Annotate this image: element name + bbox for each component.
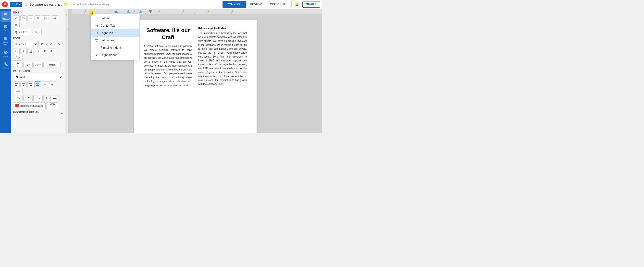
list-row: ▾ 1. ▾ ▾ ¶ ▾ bbox=[13, 95, 63, 101]
text-color-button[interactable]: A ▾ bbox=[13, 62, 22, 68]
font-family-select[interactable]: helvetica bbox=[13, 41, 38, 47]
subscript-button[interactable]: A₂ bbox=[49, 48, 55, 54]
paste-button[interactable]: 📋 ▾ bbox=[42, 15, 51, 21]
svg-rect-36 bbox=[37, 97, 38, 97]
redo-button[interactable]: ↻ bbox=[20, 15, 27, 21]
document-body[interactable]: At Zoho, software is our craft and passi… bbox=[144, 44, 192, 87]
para-color-button[interactable]: ▾ bbox=[50, 95, 60, 101]
add-table-button[interactable]: + bbox=[204, 27, 208, 31]
tab-distribute[interactable]: DISTRIBUTE bbox=[266, 1, 292, 8]
multi-list-button[interactable]: ▾ bbox=[33, 95, 43, 101]
close-button[interactable]: ✕ bbox=[2, 1, 8, 7]
tab-compose[interactable]: COMPOSE bbox=[222, 1, 246, 8]
superscript-button[interactable]: A² bbox=[42, 48, 48, 54]
right-tab-label: Right Tab bbox=[101, 31, 113, 35]
svg-rect-17 bbox=[36, 84, 39, 84]
quick-text-button[interactable]: Quick Text ▾ bbox=[13, 29, 31, 35]
tab-review[interactable]: REVIEW bbox=[246, 1, 266, 8]
copy-button[interactable]: ⧉ bbox=[34, 15, 41, 21]
sidebar-item-tools[interactable]: TOOLS bbox=[0, 60, 11, 71]
layout-table-button[interactable]: ⊞ bbox=[209, 27, 214, 31]
svg-rect-37 bbox=[37, 98, 38, 98]
borders-label: Borders and Shading bbox=[20, 104, 43, 107]
indent-more-button[interactable]: → bbox=[49, 81, 55, 87]
share-button[interactable]: SHARE bbox=[302, 1, 320, 7]
line-spacing-icon bbox=[16, 90, 19, 92]
right-body[interactable]: That commitment is helped by the fact th… bbox=[198, 31, 247, 86]
autosave-status: Last edit was a few seconds ago bbox=[71, 3, 110, 6]
line-spacing-button[interactable]: ▾ bbox=[13, 88, 22, 94]
star-icon[interactable]: ☆ bbox=[24, 2, 28, 6]
borders-shading-button[interactable]: Borders and Shading bbox=[13, 102, 46, 109]
text-style-button[interactable]: AB ▾ bbox=[33, 62, 43, 68]
menu-item-right-indent[interactable]: ▲ Right Indent bbox=[91, 51, 140, 59]
center-tab-label: Center Tab bbox=[101, 24, 115, 27]
highlight-button[interactable]: ▲ ▾ bbox=[23, 62, 32, 68]
align-justify-button[interactable] bbox=[34, 81, 41, 87]
menu-item-firstline-indent[interactable]: — FirstLine Indent bbox=[91, 44, 140, 51]
more-button[interactable]: More bbox=[46, 102, 59, 109]
svg-rect-25 bbox=[17, 97, 19, 97]
svg-rect-29 bbox=[17, 99, 19, 99]
svg-rect-42 bbox=[53, 99, 56, 99]
sidebar-label-tools: TOOLS bbox=[2, 67, 9, 69]
paragraph-title: PARAGRAPH bbox=[13, 70, 63, 72]
bold-button[interactable]: B bbox=[13, 48, 20, 54]
align-justify-icon bbox=[36, 83, 39, 86]
font-size-select[interactable]: 11 bbox=[38, 41, 48, 47]
folder-icon[interactable]: 📁 bbox=[64, 2, 68, 6]
cut-button[interactable]: ✂ bbox=[28, 15, 34, 21]
svg-rect-4 bbox=[15, 83, 18, 84]
sidebar-label-insert: INSERT bbox=[2, 30, 9, 32]
svg-text:5: 5 bbox=[183, 10, 184, 12]
clear-button[interactable]: 🗑 bbox=[13, 22, 20, 28]
svg-rect-6 bbox=[15, 85, 18, 85]
sidebar-item-insert[interactable]: INSERT bbox=[0, 22, 11, 34]
pilcrow-button[interactable]: ¶ bbox=[43, 95, 50, 101]
align-center-button[interactable] bbox=[20, 81, 27, 87]
menu-item-center-tab[interactable]: ⊣ Center Tab bbox=[91, 22, 140, 29]
align-right-button[interactable] bbox=[28, 81, 34, 87]
underline-button[interactable]: U bbox=[28, 48, 34, 54]
align-left-icon bbox=[15, 83, 18, 86]
close-icon: ✕ bbox=[4, 2, 6, 6]
ruler-marker-icon: ◄ bbox=[90, 11, 93, 15]
menu-item-left-tab[interactable]: ⊢ Left Tab bbox=[91, 15, 140, 22]
notification-button[interactable]: 🔔 bbox=[294, 1, 300, 8]
svg-rect-33 bbox=[36, 97, 37, 97]
font-row: helvetica 11 A+ A- bbox=[13, 41, 63, 47]
paragraph-section: PARAGRAPH Normal ← → bbox=[13, 70, 63, 109]
bullet-list-button[interactable]: ▾ bbox=[13, 95, 22, 101]
increase-font-button[interactable]: A+ bbox=[49, 41, 56, 47]
paragraph-style-select[interactable]: Normal bbox=[13, 74, 63, 80]
format-paint-button[interactable]: 🖌 bbox=[52, 15, 58, 21]
sidebar-item-layout[interactable]: PAGE LAYOUT bbox=[0, 34, 11, 48]
indent-less-button[interactable]: ← bbox=[42, 81, 48, 87]
italic-button[interactable]: I bbox=[20, 48, 27, 54]
quick-text-label: Quick Text bbox=[15, 30, 28, 33]
svg-rect-34 bbox=[36, 98, 37, 98]
format-icon bbox=[4, 13, 8, 17]
find-replace-button[interactable]: 🔍 ▾ bbox=[32, 29, 42, 35]
doc-design-expand[interactable]: ↗ bbox=[60, 111, 63, 115]
text-style-row: B I U S A² A₂ Aa ▾ bbox=[13, 48, 63, 61]
sidebar-item-view[interactable]: VIEW bbox=[0, 48, 11, 59]
undo-button[interactable]: ↺ bbox=[13, 15, 20, 21]
numbered-list-button[interactable]: 1. ▾ bbox=[23, 95, 32, 101]
sidebar-item-format[interactable]: FORMAT bbox=[0, 11, 11, 22]
file-button[interactable]: FILE ▾ bbox=[10, 2, 22, 7]
menu-item-right-tab[interactable]: ⊣ Right Tab bbox=[91, 29, 140, 37]
align-left-button[interactable] bbox=[13, 81, 20, 87]
svg-rect-11 bbox=[23, 85, 24, 86]
svg-rect-0 bbox=[4, 13, 6, 14]
strikethrough-button[interactable]: S bbox=[34, 48, 41, 54]
ruler-marker[interactable]: ◄ bbox=[89, 10, 94, 16]
doc-design-section: DOCUMENT DESIGN ↗ bbox=[13, 111, 63, 115]
decrease-font-button[interactable]: A- bbox=[56, 41, 62, 47]
default-button[interactable]: Default... bbox=[43, 62, 60, 68]
doc-right-column: Private and Profitable That commitment i… bbox=[198, 27, 247, 131]
text-case-button[interactable]: Aa ▾ bbox=[13, 55, 22, 61]
tab-dropdown-menu: ⊢ Left Tab ⊣ Center Tab ⊣ Right Tab ▽ Le… bbox=[91, 13, 140, 60]
vertical-ruler: 1 2 3 4 bbox=[65, 9, 68, 133]
menu-item-left-indent[interactable]: ▽ Left Indent bbox=[91, 37, 140, 44]
